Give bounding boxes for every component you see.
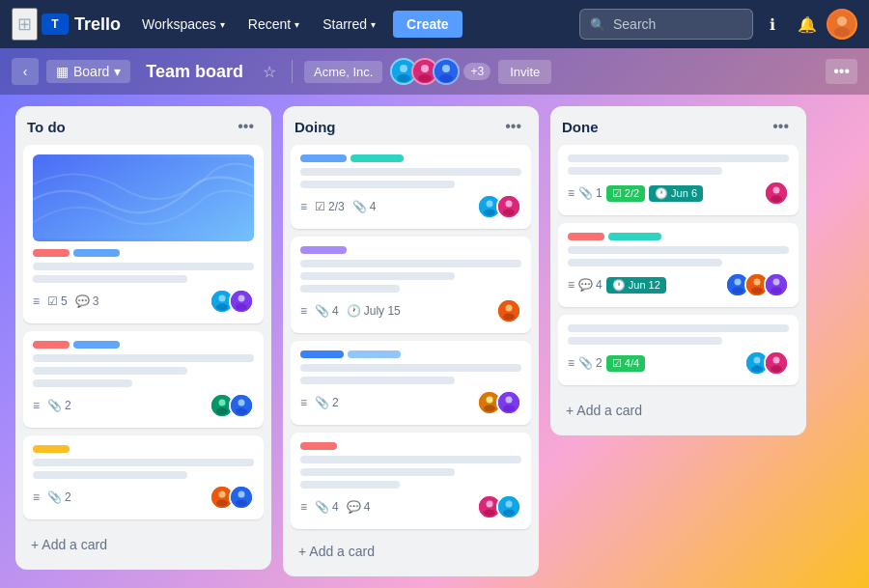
- checklist-badge: ☑ 2/2: [606, 185, 645, 202]
- card-avatar: [764, 350, 789, 376]
- board-view-button[interactable]: ▦ Board ▾: [46, 60, 130, 83]
- trello-logo-icon: T: [42, 14, 69, 35]
- done-card-3[interactable]: ≡ 📎 2 ☑ 4/4: [558, 315, 799, 385]
- done-card-2[interactable]: ≡ 💬 4 🕐 Jun 12: [558, 223, 799, 307]
- due-date-meta: 🕐 July 15: [347, 304, 401, 318]
- card-member-avatars: [210, 485, 254, 510]
- label-pink: [33, 249, 70, 257]
- card-line: [568, 246, 789, 254]
- svg-point-68: [773, 357, 780, 364]
- attachment-count: 1: [596, 186, 603, 200]
- card-line: [33, 275, 187, 283]
- checklist-meta: ☑ 2/3: [315, 200, 345, 213]
- board-member-avatars: +3: [390, 58, 491, 85]
- grid-menu-button[interactable]: ⊞: [12, 8, 38, 41]
- card-footer: ≡ 📎 4 🕐 July 15: [300, 298, 521, 323]
- card-labels: [568, 233, 789, 240]
- todo-card-3[interactable]: ≡ 📎 2: [23, 435, 264, 519]
- doing-card-3[interactable]: ≡ 📎 2: [291, 341, 531, 425]
- svg-point-41: [487, 397, 493, 404]
- clock-icon: 🕐: [347, 304, 361, 318]
- card-line: [300, 456, 521, 463]
- member-avatar-3[interactable]: [433, 58, 460, 85]
- sidebar-toggle-button[interactable]: ‹: [12, 58, 39, 85]
- workspaces-menu[interactable]: Workspaces ▾: [132, 11, 235, 38]
- card-line: [568, 154, 789, 162]
- card-line: [300, 181, 455, 188]
- done-add-card-button[interactable]: + Add a card: [558, 395, 799, 426]
- svg-point-14: [219, 295, 226, 302]
- more-members-button[interactable]: +3: [463, 63, 491, 80]
- svg-point-2: [834, 27, 850, 37]
- card-avatar: [229, 393, 254, 418]
- attachment-count: 2: [65, 399, 71, 412]
- todo-add-card-button[interactable]: + Add a card: [23, 529, 264, 560]
- card-line: [300, 364, 521, 372]
- create-button[interactable]: Create: [393, 11, 463, 38]
- svg-point-30: [236, 500, 247, 507]
- card-text-lines: [300, 456, 521, 489]
- card-footer: ≡ 📎 1 ☑ 2/2 🕐 Jun 6: [568, 181, 789, 206]
- recent-menu[interactable]: Recent ▾: [238, 11, 309, 38]
- done-card-1[interactable]: ≡ 📎 1 ☑ 2/2 🕐 Jun 6: [558, 145, 799, 215]
- due-date-badge: 🕐 Jun 6: [649, 185, 703, 202]
- doing-card-1[interactable]: ≡ ☑ 2/3 📎 4: [291, 145, 531, 229]
- workspace-tag[interactable]: Acme, Inc.: [304, 61, 382, 83]
- doing-card-4[interactable]: ≡ 📎 4 💬 4: [291, 433, 531, 529]
- comment-count: 4: [596, 278, 603, 292]
- svg-point-17: [238, 295, 245, 302]
- card-member-avatars: [744, 350, 789, 376]
- card-avatar: [496, 390, 521, 415]
- invite-button[interactable]: Invite: [498, 60, 551, 84]
- svg-point-20: [219, 400, 226, 406]
- board-content: To do •••: [0, 95, 869, 588]
- label-yellow: [33, 445, 70, 453]
- card-line: [300, 272, 455, 280]
- board-title[interactable]: Team board: [138, 58, 251, 86]
- card-text-lines: [568, 324, 789, 345]
- due-date: July 15: [364, 304, 401, 318]
- description-icon: ≡: [33, 399, 40, 412]
- card-avatar: [764, 272, 789, 297]
- svg-point-23: [238, 400, 245, 406]
- description-icon: ≡: [568, 186, 575, 200]
- doing-card-2[interactable]: ≡ 📎 4 🕐 July 15: [291, 237, 531, 333]
- svg-point-56: [735, 279, 742, 286]
- svg-point-8: [418, 74, 432, 82]
- card-avatar: [764, 181, 789, 206]
- comment-count: 3: [93, 294, 99, 308]
- card-text-lines: [33, 263, 254, 283]
- attachment-meta: 📎 1: [578, 186, 603, 200]
- svg-point-35: [506, 201, 513, 208]
- column-done-menu[interactable]: •••: [767, 116, 795, 137]
- svg-point-27: [216, 500, 228, 507]
- card-text-lines: [33, 354, 254, 387]
- todo-card-2[interactable]: ≡ 📎 2: [23, 331, 264, 428]
- board-more-options-button[interactable]: •••: [826, 59, 857, 84]
- todo-card-1[interactable]: ≡ ☑ 5 💬 3: [23, 145, 264, 323]
- card-meta: ≡ ☑ 5 💬 3: [33, 294, 98, 308]
- card-line: [300, 377, 455, 384]
- search-bar[interactable]: 🔍 Search: [579, 9, 753, 40]
- column-todo-menu[interactable]: •••: [232, 116, 260, 137]
- card-line: [300, 468, 455, 476]
- attachment-count: 4: [370, 200, 377, 213]
- description-icon: ≡: [300, 200, 307, 213]
- column-doing-menu[interactable]: •••: [499, 116, 527, 137]
- star-board-button[interactable]: ☆: [259, 59, 280, 85]
- svg-point-29: [238, 491, 245, 498]
- svg-point-4: [400, 65, 407, 72]
- card-avatar: [229, 485, 254, 510]
- notifications-button[interactable]: 🔔: [792, 9, 823, 40]
- column-doing-header: Doing •••: [291, 116, 531, 137]
- svg-point-54: [771, 196, 782, 203]
- card-footer: ≡ 📎 2 ☑ 4/4: [568, 350, 789, 376]
- svg-point-15: [216, 304, 228, 311]
- checklist-icon: ☑: [47, 294, 58, 308]
- starred-menu[interactable]: Starred ▾: [313, 11, 385, 38]
- info-button[interactable]: ℹ: [757, 9, 788, 40]
- doing-add-card-button[interactable]: + Add a card: [291, 536, 531, 567]
- card-line: [33, 263, 254, 270]
- user-avatar[interactable]: [827, 9, 857, 40]
- comment-icon: 💬: [75, 294, 90, 308]
